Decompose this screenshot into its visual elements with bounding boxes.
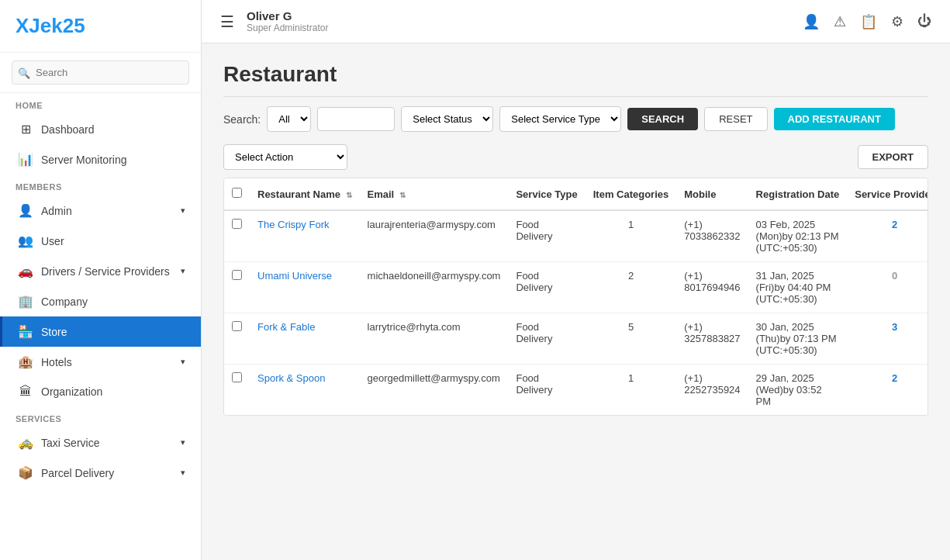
sidebar-item-parcel-delivery[interactable]: 📦 Parcel Delivery ▾ bbox=[0, 458, 201, 488]
row-checkbox[interactable] bbox=[232, 219, 242, 229]
section-home-label: HOME bbox=[0, 93, 201, 114]
restaurant-service-type: Food Delivery bbox=[508, 313, 585, 365]
brand-name1: XJek bbox=[16, 14, 63, 37]
row-checkbox[interactable] bbox=[232, 270, 242, 280]
sidebar-item-server-monitoring[interactable]: 📊 Server Monitoring bbox=[0, 144, 201, 175]
sidebar-item-user[interactable]: 👥 User bbox=[0, 226, 201, 256]
sidebar-item-label: Hotels bbox=[41, 356, 72, 368]
restaurant-mobile: (+1) 2252735924 bbox=[676, 365, 748, 416]
parcel-icon: 📦 bbox=[18, 465, 33, 480]
restaurant-table: Restaurant Name ⇅ Email ⇅ Service Type I… bbox=[224, 178, 928, 415]
restaurant-service-type: Food Delivery bbox=[508, 365, 585, 416]
restaurant-mobile: (+1) 7033862332 bbox=[676, 210, 748, 262]
service-type-select[interactable]: Select Service Type bbox=[499, 106, 621, 132]
restaurant-name-link[interactable]: The Crispy Fork bbox=[257, 219, 329, 230]
organization-icon: 🏛 bbox=[18, 385, 33, 399]
user-icon: 👥 bbox=[18, 233, 33, 248]
header-user-role: Super Administrator bbox=[247, 22, 790, 33]
sidebar-item-dashboard[interactable]: ⊞ Dashboard bbox=[0, 114, 201, 144]
restaurant-name-link[interactable]: Spork & Spoon bbox=[257, 372, 325, 384]
hotels-icon: 🏨 bbox=[18, 354, 33, 369]
sidebar-item-taxi-service[interactable]: 🚕 Taxi Service ▾ bbox=[0, 427, 201, 458]
store-icon: 🏪 bbox=[18, 324, 33, 339]
company-icon: 🏢 bbox=[18, 294, 33, 309]
sidebar-item-hotels[interactable]: 🏨 Hotels ▾ bbox=[0, 347, 201, 377]
taxi-icon: 🚕 bbox=[18, 435, 33, 450]
reset-button[interactable]: RESET bbox=[704, 107, 767, 131]
restaurant-registration-date: 29 Jan, 2025 (Wed)by 03:52 PM bbox=[748, 365, 848, 416]
col-restaurant-name: Restaurant Name ⇅ bbox=[250, 178, 360, 210]
sidebar-item-label: Admin bbox=[41, 205, 72, 217]
sidebar: XJek25 🔍 HOME ⊞ Dashboard 📊 Server Monit… bbox=[0, 0, 202, 560]
search-text-input[interactable] bbox=[317, 107, 395, 131]
search-button[interactable]: SEARCH bbox=[627, 108, 698, 130]
table-row: The Crispy Fork laurajrenteria@armyspy.c… bbox=[224, 210, 928, 262]
dashboard-icon: ⊞ bbox=[18, 122, 33, 137]
select-all-checkbox[interactable] bbox=[232, 188, 242, 198]
row-checkbox[interactable] bbox=[232, 321, 242, 331]
sidebar-item-label: Parcel Delivery bbox=[41, 467, 114, 479]
export-button[interactable]: EXPORT bbox=[858, 145, 928, 169]
sidebar-item-label: Server Monitoring bbox=[41, 154, 127, 166]
sidebar-item-label: Organization bbox=[41, 385, 102, 398]
search-label: Search: bbox=[223, 113, 261, 126]
restaurant-service-provider-count[interactable]: 2 bbox=[847, 210, 928, 262]
sidebar-item-store[interactable]: 🏪 Store bbox=[0, 316, 201, 347]
sidebar-item-drivers-service-providers[interactable]: 🚗 Drivers / Service Providers ▾ bbox=[0, 256, 201, 286]
drivers-icon: 🚗 bbox=[18, 264, 33, 278]
search-all-select[interactable]: All bbox=[267, 106, 311, 132]
action-select[interactable]: Select Action bbox=[223, 144, 347, 170]
settings-icon[interactable]: ⚙ bbox=[891, 13, 903, 30]
action-bar: Select Action EXPORT bbox=[223, 144, 928, 170]
sidebar-item-label: Taxi Service bbox=[41, 437, 99, 449]
sidebar-item-organization[interactable]: 🏛 Organization bbox=[0, 377, 201, 406]
row-checkbox[interactable] bbox=[232, 372, 242, 382]
restaurant-name-link[interactable]: Fork & Fable bbox=[257, 321, 315, 333]
sidebar-item-label: Drivers / Service Providers bbox=[41, 265, 170, 278]
restaurant-service-provider-count[interactable]: 3 bbox=[847, 313, 928, 365]
status-select[interactable]: Select Status bbox=[401, 106, 493, 132]
restaurant-mobile: (+1) 8017694946 bbox=[676, 262, 748, 313]
power-icon[interactable]: ⏻ bbox=[917, 13, 931, 29]
search-input[interactable] bbox=[12, 60, 189, 85]
sidebar-search-wrap: 🔍 bbox=[0, 53, 201, 93]
chevron-down-icon: ▾ bbox=[181, 437, 185, 448]
table-row: Spork & Spoon georgedmillett@armyspy.com… bbox=[224, 365, 928, 416]
alert-icon[interactable]: ⚠ bbox=[834, 13, 846, 30]
sidebar-item-company[interactable]: 🏢 Company bbox=[0, 286, 201, 316]
document-icon[interactable]: 📋 bbox=[860, 13, 877, 30]
user-profile-icon[interactable]: 👤 bbox=[803, 13, 820, 30]
restaurant-service-provider-count[interactable]: 0 bbox=[847, 262, 928, 313]
sidebar-item-label: Dashboard bbox=[41, 123, 95, 136]
add-restaurant-button[interactable]: ADD RESTAURANT bbox=[774, 108, 895, 130]
section-services-label: SERVICES bbox=[0, 406, 201, 427]
brand-logo: XJek25 bbox=[0, 0, 201, 53]
chevron-down-icon: ▾ bbox=[181, 468, 185, 478]
header-user-info: Oliver G Super Administrator bbox=[247, 9, 790, 33]
filter-bar: Search: All Select Status Select Service… bbox=[223, 106, 928, 132]
server-monitoring-icon: 📊 bbox=[18, 152, 33, 167]
section-members-label: MEMBERS bbox=[0, 175, 201, 195]
table-row: Fork & Fable larrytrice@rhyta.com Food D… bbox=[224, 313, 928, 365]
sidebar-item-label: Store bbox=[41, 326, 67, 338]
col-mobile: Mobile bbox=[676, 178, 748, 210]
chevron-down-icon: ▾ bbox=[181, 206, 185, 216]
table-row: Umami Universe michaeldoneill@armyspy.co… bbox=[224, 262, 928, 313]
main-content: Restaurant Search: All Select Status Sel… bbox=[202, 43, 950, 560]
search-icon: 🔍 bbox=[18, 67, 30, 78]
restaurant-item-categories: 1 bbox=[586, 365, 677, 416]
sidebar-item-label: User bbox=[41, 235, 64, 247]
menu-toggle-button[interactable]: ☰ bbox=[220, 12, 234, 31]
sidebar-item-admin[interactable]: 👤 Admin ▾ bbox=[0, 195, 201, 226]
restaurant-email: laurajrenteria@armyspy.com bbox=[360, 210, 509, 262]
sidebar-item-label: Company bbox=[41, 296, 88, 308]
restaurant-item-categories: 1 bbox=[586, 210, 677, 262]
col-registration-date: Registration Date bbox=[748, 178, 848, 210]
col-item-categories: Item Categories bbox=[586, 178, 677, 210]
restaurant-name-link[interactable]: Umami Universe bbox=[257, 270, 332, 282]
restaurant-service-type: Food Delivery bbox=[508, 262, 585, 313]
restaurant-email: michaeldoneill@armyspy.com bbox=[360, 262, 509, 313]
restaurant-service-provider-count[interactable]: 2 bbox=[847, 365, 928, 416]
admin-icon: 👤 bbox=[18, 203, 33, 218]
restaurant-registration-date: 31 Jan, 2025 (Fri)by 04:40 PM (UTC:+05:3… bbox=[748, 262, 848, 313]
